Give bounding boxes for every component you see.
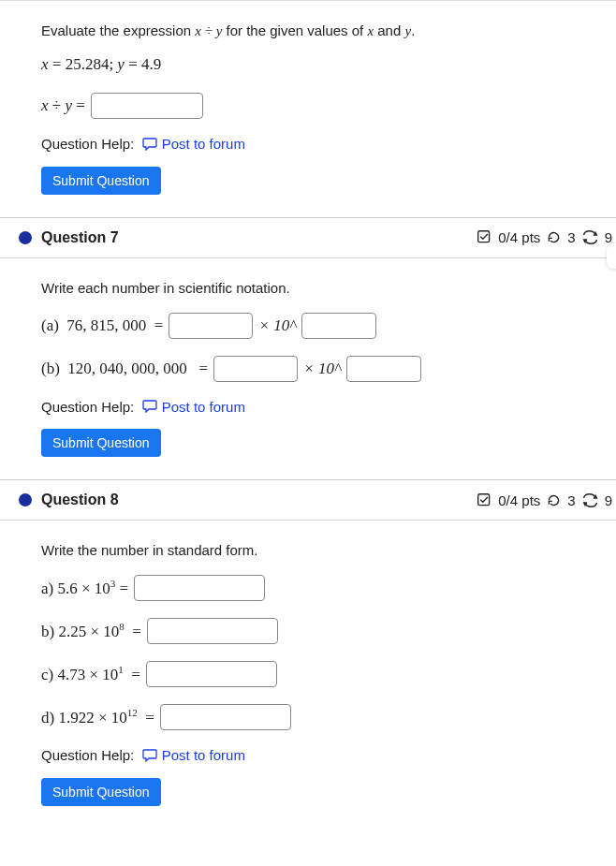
q6-submit-button[interactable]: Submit Question — [41, 167, 161, 195]
q8-part-a-row: a) 5.6 × 103 = — [41, 575, 588, 601]
cycle-icon — [581, 492, 599, 508]
q7-a-exp-input[interactable] — [301, 313, 376, 339]
q8-part-d-row: d) 1.922 × 1012 = — [41, 704, 588, 730]
q7-attempts: 3 — [567, 229, 575, 245]
question-7-body: Write each number in scientific notation… — [41, 258, 588, 480]
q8-cycles: 9 — [605, 492, 612, 508]
q6-answer-input[interactable] — [91, 93, 203, 119]
q8-status: 0/4 pts 3 9 — [477, 492, 612, 508]
q8-part-b-row: b) 2.25 × 108 = — [41, 618, 588, 644]
times-10-label: × 10^ — [303, 360, 341, 378]
times-10-label: × 10^ — [258, 316, 296, 335]
q8-submit-button[interactable]: Submit Question — [41, 778, 161, 806]
q7-a-coeff-input[interactable] — [169, 313, 253, 339]
q8-pts: 0/4 pts — [498, 492, 540, 508]
q6-forum-link[interactable]: Post to forum — [162, 136, 245, 152]
q8-title: Question 8 — [41, 492, 119, 508]
q6-help-label: Question Help: — [41, 136, 134, 152]
q8-attempts: 3 — [567, 492, 575, 508]
question-6-body: Evaluate the expression x ÷ y for the gi… — [41, 1, 588, 217]
q8-forum-link[interactable]: Post to forum — [162, 747, 245, 763]
svg-rect-0 — [478, 231, 490, 242]
question-8-body: Write the number in standard form. a) 5.… — [41, 521, 588, 806]
q6-expr: x ÷ y — [195, 23, 222, 38]
q8-prompt: Write the number in standard form. — [41, 539, 588, 562]
q8-help-label: Question Help: — [41, 747, 134, 763]
q8-part-a-label: a) 5.6 × 103 = — [41, 578, 128, 598]
q8-c-input[interactable] — [146, 661, 277, 687]
q7-part-b-row: (b) 120, 040, 000, 000 = × 10^ — [41, 356, 588, 382]
q7-forum-link[interactable]: Post to forum — [162, 399, 245, 415]
q7-part-b-label: (b) 120, 040, 000, 000 = — [41, 360, 208, 378]
q8-part-d-label: d) 1.922 × 1012 = — [41, 707, 154, 727]
status-dot-icon — [19, 493, 32, 506]
q8-help-row: Question Help: Post to forum — [41, 747, 588, 765]
q7-header: Question 7 0/4 pts 3 9 — [0, 217, 616, 258]
svg-rect-1 — [478, 493, 490, 505]
q6-given: x = 25.284; y = 4.9 — [41, 55, 588, 74]
status-dot-icon — [19, 231, 32, 244]
q6-answer-label: x ÷ y = — [41, 96, 85, 115]
q8-d-input[interactable] — [160, 704, 291, 730]
q6-prompt: Evaluate the expression x ÷ y for the gi… — [41, 20, 588, 42]
checkbox-icon — [477, 229, 492, 245]
chat-icon — [142, 749, 157, 765]
cycle-icon — [581, 229, 599, 245]
q8-part-c-label: c) 4.73 × 101 = — [41, 664, 140, 684]
chat-icon — [142, 400, 157, 416]
q7-b-exp-input[interactable] — [346, 356, 421, 382]
q7-part-a-row: (a) 76, 815, 000 = × 10^ — [41, 313, 588, 339]
q7-b-coeff-input[interactable] — [213, 356, 298, 382]
q8-b-input[interactable] — [147, 618, 278, 644]
q8-header: Question 8 0/4 pts 3 9 — [0, 479, 616, 521]
side-tab[interactable]: Que — [607, 243, 616, 269]
q6-answer-row: x ÷ y = — [41, 93, 588, 119]
q8-part-c-row: c) 4.73 × 101 = — [41, 661, 588, 687]
q7-title: Question 7 — [41, 229, 119, 246]
chat-icon — [142, 138, 157, 154]
q7-prompt: Write each number in scientific notation… — [41, 277, 588, 300]
q8-part-b-label: b) 2.25 × 108 = — [41, 621, 141, 641]
q7-help-row: Question Help: Post to forum — [41, 399, 588, 417]
q6-help-row: Question Help: Post to forum — [41, 136, 588, 154]
q8-a-input[interactable] — [134, 575, 265, 601]
q6-prompt-text: Evaluate the expression — [41, 22, 195, 38]
retry-icon — [546, 229, 562, 245]
q7-status: 0/4 pts 3 9 — [477, 229, 612, 245]
q7-submit-button[interactable]: Submit Question — [41, 429, 161, 457]
q7-part-a-label: (a) 76, 815, 000 = — [41, 316, 163, 335]
checkbox-icon — [477, 492, 492, 508]
q7-pts: 0/4 pts — [498, 229, 540, 245]
retry-icon — [546, 492, 562, 508]
q7-help-label: Question Help: — [41, 399, 134, 415]
